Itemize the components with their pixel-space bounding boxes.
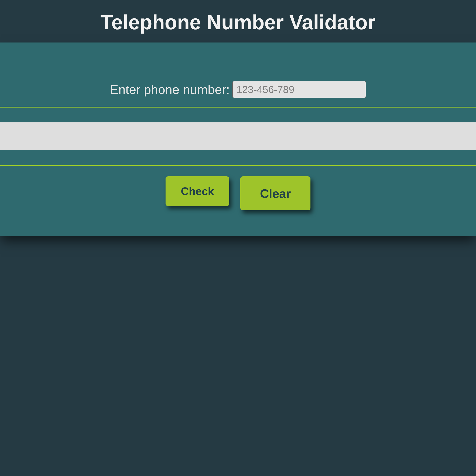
divider-top bbox=[0, 107, 476, 107]
divider-bottom bbox=[0, 165, 476, 166]
input-row: Enter phone number: bbox=[0, 81, 476, 98]
validator-card: Enter phone number: Check Clear bbox=[0, 42, 476, 236]
clear-button[interactable]: Clear bbox=[240, 176, 310, 210]
check-button[interactable]: Check bbox=[166, 176, 229, 206]
phone-number-input[interactable] bbox=[232, 81, 366, 98]
page-title: Telephone Number Validator bbox=[0, 11, 476, 34]
phone-input-label: Enter phone number: bbox=[110, 82, 230, 97]
button-row: Check Clear bbox=[0, 176, 476, 210]
result-output bbox=[0, 122, 476, 150]
